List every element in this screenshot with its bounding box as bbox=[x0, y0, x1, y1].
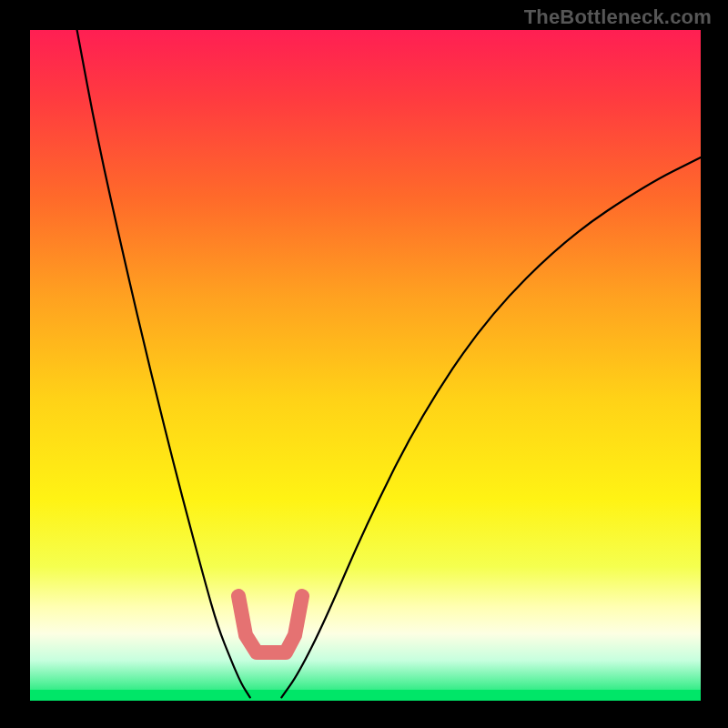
plot-background bbox=[30, 30, 701, 701]
watermark-text: TheBottleneck.com bbox=[524, 5, 712, 29]
chart-svg bbox=[0, 0, 728, 728]
green-band bbox=[30, 690, 701, 701]
chart-frame: TheBottleneck.com bbox=[0, 0, 728, 728]
